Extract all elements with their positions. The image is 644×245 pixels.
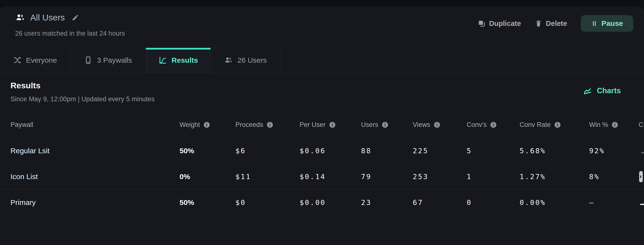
delete-button[interactable]: Delete	[535, 20, 567, 28]
win-pct-value: –	[589, 198, 639, 207]
duplicate-icon	[478, 20, 486, 27]
page-header: All Users 26 users matched in the last 2…	[0, 6, 644, 48]
tab-users[interactable]: 26 Users	[210, 48, 281, 72]
clipped-dash-fragment	[640, 204, 644, 205]
title-row: All Users	[15, 13, 79, 22]
clipped-cell	[639, 198, 644, 207]
duplicate-label: Duplicate	[489, 20, 521, 28]
pause-icon	[591, 20, 598, 27]
views-value: 225	[413, 147, 467, 155]
main-panel: All Users 26 users matched in the last 2…	[0, 6, 644, 245]
users-icon	[224, 56, 233, 64]
tab-results[interactable]: Results	[146, 48, 210, 72]
conv-rate-value: 1.27%	[520, 172, 589, 181]
info-icon[interactable]	[490, 121, 497, 128]
paywall-name: Primary	[10, 198, 180, 207]
tab-users-label: 26 Users	[237, 56, 267, 64]
info-icon[interactable]	[611, 121, 618, 128]
charts-label: Charts	[597, 86, 621, 95]
tab-paywalls[interactable]: 3 Paywalls	[70, 48, 146, 72]
pencil-icon	[72, 14, 79, 21]
col-header-weight: Weight	[180, 121, 236, 128]
table-row-regular-lsit[interactable]: Regular Lsit 50% $6 $0.06 88 225 5 5.68%…	[0, 138, 644, 164]
paywall-name: Regular Lsit	[10, 147, 180, 155]
table-row-primary[interactable]: Primary 50% $0 $0.00 23 67 0 0.00% –	[0, 190, 644, 216]
tab-everyone-label: Everyone	[26, 56, 57, 64]
tab-bar: Everyone 3 Paywalls Results	[0, 48, 644, 72]
trending-chart-icon	[584, 86, 593, 96]
col-header-conv-rate: Conv Rate	[520, 121, 589, 128]
per-user-value: $0.06	[300, 147, 361, 155]
weight-value: 50%	[180, 198, 236, 207]
convs-value: 1	[467, 172, 520, 181]
info-icon[interactable]	[329, 121, 336, 128]
per-user-value: $0.14	[300, 172, 361, 181]
col-header-paywall: Paywall	[10, 121, 180, 128]
col-header-proceeds: Proceeds	[236, 121, 300, 128]
delete-label: Delete	[546, 20, 567, 28]
tab-paywalls-label: 3 Paywalls	[97, 56, 132, 64]
clipped-dash-fragment	[641, 152, 644, 153]
edit-title-button[interactable]	[72, 14, 79, 21]
users-value: 79	[361, 172, 413, 181]
chart-curve-icon	[158, 56, 167, 64]
app-root: All Users 26 users matched in the last 2…	[0, 0, 644, 245]
clipped-cell	[639, 147, 644, 155]
info-icon[interactable]	[554, 121, 561, 128]
pause-button[interactable]: Pause	[581, 15, 633, 32]
page-title: All Users	[30, 13, 65, 22]
charts-button[interactable]: Charts	[584, 86, 621, 96]
table-header-row: Paywall Weight Proceeds Per User Users V…	[0, 112, 644, 138]
proceeds-value: $0	[236, 198, 300, 207]
col-header-users: Users	[361, 121, 413, 128]
col-header-win-pct: Win %	[589, 121, 639, 128]
convs-value: 5	[467, 147, 520, 155]
tab-everyone[interactable]: Everyone	[0, 48, 70, 72]
results-table: Paywall Weight Proceeds Per User Users V…	[0, 112, 644, 216]
paywall-name: Icon List	[10, 172, 180, 181]
col-header-per-user: Per User	[300, 121, 361, 128]
per-user-value: $0.00	[300, 198, 361, 207]
tab-results-label: Results	[172, 56, 198, 64]
pause-label: Pause	[602, 19, 623, 28]
win-pct-value: 92%	[589, 147, 639, 155]
proceeds-value: $6	[236, 147, 300, 155]
col-header-views: Views	[413, 121, 467, 128]
header-actions: Duplicate Delete Pause	[478, 15, 633, 32]
conv-rate-value: 5.68%	[520, 147, 589, 155]
proceeds-value: $11	[236, 172, 300, 181]
col-header-convs: Conv's	[467, 121, 520, 128]
results-subheading: Since May 9, 12:00pm | Updated every 5 m…	[10, 96, 155, 103]
info-icon[interactable]	[203, 121, 210, 128]
win-pct-value: 8%	[589, 172, 639, 181]
views-value: 253	[413, 172, 467, 181]
results-heading: Results	[10, 81, 40, 90]
duplicate-button[interactable]: Duplicate	[478, 20, 521, 28]
weight-value: 50%	[180, 147, 236, 155]
info-icon[interactable]	[434, 121, 440, 128]
clipped-badge-fragment	[639, 171, 643, 182]
users-value: 23	[361, 198, 413, 207]
convs-value: 0	[467, 198, 520, 207]
users-icon	[15, 13, 25, 22]
weight-value: 0%	[180, 172, 236, 181]
split-icon	[13, 56, 22, 64]
results-section-header: Results Since May 9, 12:00pm | Updated e…	[0, 72, 644, 112]
col-header-clipped: C	[639, 121, 644, 128]
trash-icon	[535, 20, 542, 27]
users-value: 88	[361, 147, 413, 155]
phone-icon	[84, 56, 92, 64]
conv-rate-value: 0.00%	[520, 198, 589, 207]
info-icon[interactable]	[382, 121, 388, 128]
matched-users-subtitle: 26 users matched in the last 24 hours	[15, 30, 125, 37]
table-row-icon-list[interactable]: Icon List 0% $11 $0.14 79 253 1 1.27% 8%	[0, 164, 644, 190]
info-icon[interactable]	[266, 121, 274, 128]
clipped-cell	[639, 171, 644, 182]
views-value: 67	[413, 198, 467, 207]
